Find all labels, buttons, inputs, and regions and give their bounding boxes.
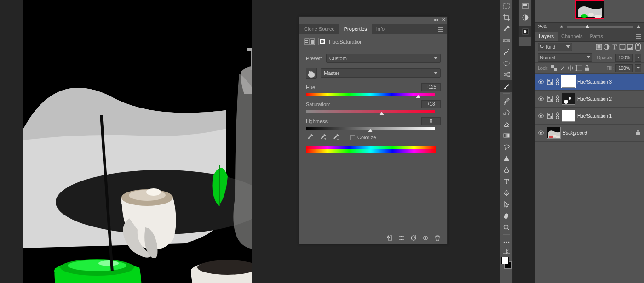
tool-marquee-ellipse[interactable] xyxy=(500,57,512,69)
fill-input[interactable]: 100% xyxy=(615,64,633,72)
layer-mask-thumb[interactable] xyxy=(562,110,575,122)
zoom-value[interactable]: 25% xyxy=(538,24,556,29)
tab-info[interactable]: Info xyxy=(372,24,389,34)
navigator-thumbnail[interactable] xyxy=(575,0,604,19)
tool-brush[interactable] xyxy=(500,80,512,92)
tool-eraser[interactable] xyxy=(500,118,512,130)
layer-row[interactable]: Hue/Saturation 2 xyxy=(535,91,644,108)
tool-art-history[interactable] xyxy=(500,95,512,107)
colorize-checkbox[interactable] xyxy=(350,135,355,140)
tool-quick-mask[interactable] xyxy=(500,248,512,255)
hue-slider[interactable] xyxy=(306,93,435,96)
tool-lasso[interactable] xyxy=(500,141,512,153)
hue-value-input[interactable]: +125 xyxy=(421,83,441,91)
foreground-color-swatch[interactable] xyxy=(501,257,509,264)
visibility-toggle-icon[interactable] xyxy=(537,113,545,118)
collapse-icon[interactable]: ◂◂ xyxy=(433,17,438,23)
tab-properties[interactable]: Properties xyxy=(339,24,372,34)
layer-row[interactable]: Background xyxy=(535,125,644,142)
lock-all-icon[interactable] xyxy=(584,65,590,71)
mask-link-icon[interactable] xyxy=(555,78,560,86)
channel-select[interactable]: Master xyxy=(321,68,441,78)
blend-mode-select[interactable]: Normal xyxy=(538,53,592,62)
tool-shuffle[interactable] xyxy=(500,69,512,80)
color-swatches[interactable] xyxy=(501,257,512,269)
filter-adjust-icon[interactable] xyxy=(604,44,610,50)
document-canvas[interactable] xyxy=(23,0,252,283)
filter-pixel-icon[interactable] xyxy=(596,44,602,50)
tool-more-icon[interactable] xyxy=(500,236,512,248)
fill-slider-toggle[interactable] xyxy=(635,64,641,72)
eyedropper-minus-icon[interactable] xyxy=(333,134,339,141)
layer-name[interactable]: Background xyxy=(563,130,587,136)
lightness-slider[interactable] xyxy=(306,127,435,130)
saturation-slider[interactable] xyxy=(306,110,435,113)
visibility-icon[interactable] xyxy=(422,235,429,241)
eyedropper-icon[interactable] xyxy=(307,134,313,141)
tool-zoom[interactable] xyxy=(500,221,512,233)
tool-sharpen[interactable] xyxy=(500,164,512,175)
lock-artboard-icon[interactable] xyxy=(575,65,582,71)
tool-crop[interactable] xyxy=(500,11,512,23)
layer-name[interactable]: Hue/Saturation 1 xyxy=(577,113,612,119)
opacity-slider-toggle[interactable] xyxy=(635,54,641,62)
layer-name[interactable]: Hue/Saturation 3 xyxy=(577,79,612,85)
tool-pen[interactable] xyxy=(500,187,512,198)
filter-shape-icon[interactable] xyxy=(619,44,626,50)
tab-layers[interactable]: Layers xyxy=(535,32,558,41)
trash-icon[interactable] xyxy=(434,235,441,241)
tool-path-select[interactable] xyxy=(500,198,512,210)
lightness-value-input[interactable]: 0 xyxy=(421,117,441,125)
filter-type-icon[interactable] xyxy=(611,44,618,50)
tool-eyedropper[interactable] xyxy=(500,23,512,34)
layer-thumb[interactable] xyxy=(547,127,561,139)
saturation-value-input[interactable]: +18 xyxy=(421,100,441,108)
svg-point-41 xyxy=(588,13,594,17)
tab-clone-source[interactable]: Clone Source xyxy=(299,24,339,34)
zoom-out-icon[interactable] xyxy=(559,25,564,28)
lock-position-icon[interactable] xyxy=(567,65,574,71)
reset-icon[interactable] xyxy=(410,235,417,241)
mask-button[interactable] xyxy=(318,38,326,45)
tool-measure[interactable] xyxy=(500,46,512,57)
tab-paths[interactable]: Paths xyxy=(586,32,607,41)
layer-mask-thumb[interactable] xyxy=(562,76,575,88)
zoom-in-icon[interactable] xyxy=(636,25,641,28)
tool-gradient[interactable] xyxy=(500,130,512,141)
layer-name[interactable]: Hue/Saturation 2 xyxy=(577,96,612,102)
visibility-toggle-icon[interactable] xyxy=(537,79,545,84)
mask-link-icon[interactable] xyxy=(555,112,560,120)
layer-filter-select[interactable]: Kind xyxy=(538,43,572,51)
panel-history-icon[interactable] xyxy=(519,0,531,11)
close-panel-icon[interactable]: ✕ xyxy=(442,17,445,23)
panel-adjustments-icon[interactable] xyxy=(519,11,531,23)
panel-libraries-icon[interactable] xyxy=(519,26,531,37)
mask-link-icon[interactable] xyxy=(555,95,560,103)
layer-row[interactable]: Hue/Saturation 3 xyxy=(535,74,644,91)
tool-marquee[interactable] xyxy=(500,0,512,11)
opacity-input[interactable]: 100% xyxy=(615,54,633,62)
layer-mask-thumb[interactable] xyxy=(562,93,575,105)
zoom-slider[interactable] xyxy=(567,26,633,28)
lock-pixels-icon[interactable] xyxy=(559,65,565,71)
tool-smudge[interactable] xyxy=(500,107,512,118)
tool-type[interactable] xyxy=(500,175,512,187)
targeted-adjust-icon[interactable] xyxy=(306,68,317,79)
clip-to-layer-icon[interactable] xyxy=(386,235,393,241)
preset-select[interactable]: Custom xyxy=(326,54,441,63)
layers-menu-icon[interactable] xyxy=(636,34,641,39)
layer-row[interactable]: Hue/Saturation 1 xyxy=(535,108,644,125)
tool-ruler[interactable] xyxy=(500,34,512,46)
tool-triangle[interactable] xyxy=(500,153,512,164)
view-previous-icon[interactable] xyxy=(398,235,405,241)
visibility-toggle-icon[interactable] xyxy=(537,130,545,135)
tab-channels[interactable]: Channels xyxy=(558,32,586,41)
lock-transparency-icon[interactable] xyxy=(551,65,557,71)
filter-smart-icon[interactable] xyxy=(627,44,633,50)
eyedropper-plus-icon[interactable] xyxy=(320,134,326,141)
visibility-toggle-icon[interactable] xyxy=(537,96,545,101)
panel-menu-icon[interactable] xyxy=(438,27,443,32)
tool-hand[interactable] xyxy=(500,210,512,221)
filter-toggle[interactable] xyxy=(635,44,641,50)
hue-range-strip[interactable] xyxy=(306,146,436,153)
